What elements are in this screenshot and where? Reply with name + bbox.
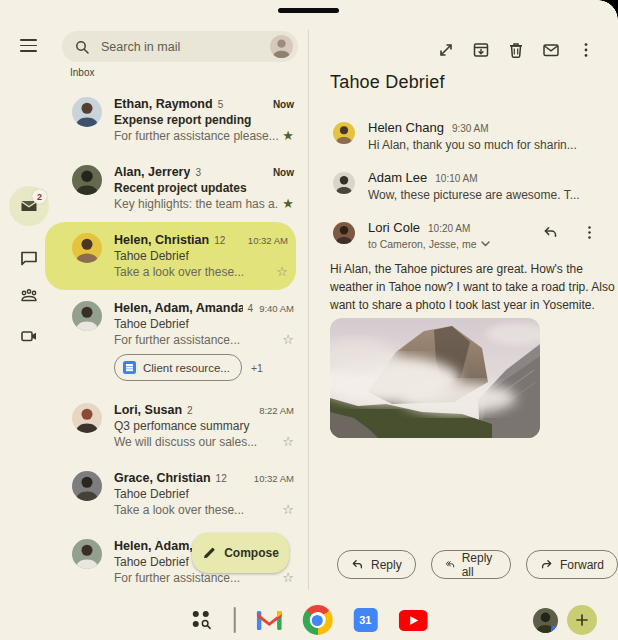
compose-button[interactable]: Compose <box>192 533 289 573</box>
video-icon <box>19 326 39 346</box>
taskbar: 31 <box>0 600 618 640</box>
star-icon[interactable]: ☆ <box>278 435 294 449</box>
email-senders: Grace, Christian <box>114 471 211 485</box>
reply-icon <box>351 558 364 571</box>
email-subject: Recent project updates <box>114 181 294 195</box>
message-time: 9:30 AM <box>452 123 489 134</box>
reply-all-button[interactable]: Reply all <box>431 550 511 579</box>
message-preview: Wow, these picturese are awesome. T... <box>368 188 598 202</box>
archive-icon[interactable] <box>472 41 490 59</box>
email-senders: Ethan, Raymond <box>114 97 213 111</box>
calendar-icon[interactable]: 31 <box>353 608 377 632</box>
star-icon[interactable]: ☆ <box>278 333 294 347</box>
email-row[interactable]: Grace, Christian1210:32 AM Tahoe Debrief… <box>45 460 308 528</box>
email-list-pane: Inbox Ethan, Raymond5Now Expense report … <box>45 0 308 600</box>
nav-mail[interactable]: 2 <box>9 186 49 226</box>
menu-icon[interactable] <box>20 39 37 52</box>
reply-all-icon <box>445 558 455 571</box>
pencil-icon <box>202 546 216 560</box>
nav-chat[interactable] <box>9 238 49 278</box>
screen-corner <box>598 0 618 20</box>
plus-button[interactable] <box>567 605 597 635</box>
gmail-icon[interactable] <box>256 611 281 630</box>
message-collapsed[interactable]: Helen Chang9:30 AM Hi Alan, thank you so… <box>309 111 618 161</box>
email-time: Now <box>267 99 294 110</box>
attachment-more-count: +1 <box>251 362 263 374</box>
search-icon <box>75 40 89 54</box>
email-list: Ethan, Raymond5Now Expense report pendin… <box>45 86 308 596</box>
chrome-icon[interactable] <box>302 605 332 635</box>
email-row[interactable]: Lori, Susan28:22 AM Q3 perfomance summar… <box>45 392 308 460</box>
email-senders: Helen, Adam, Amanda <box>114 301 243 315</box>
photo-attachment[interactable] <box>330 318 540 438</box>
message-time: 10:10 AM <box>435 173 477 184</box>
compose-label: Compose <box>224 546 279 560</box>
message-collapsed[interactable]: Adam Lee10:10 AM Wow, these picturese ar… <box>309 161 618 211</box>
avatar <box>72 97 102 127</box>
email-count: 12 <box>214 235 225 246</box>
avatar <box>72 233 102 263</box>
star-icon[interactable]: ☆ <box>278 503 294 517</box>
email-time: 9:40 AM <box>253 303 294 314</box>
email-row[interactable]: Ethan, Raymond5Now Expense report pendin… <box>45 86 308 154</box>
message-preview: Hi Alan, thank you so much for sharin... <box>368 138 598 152</box>
avatar <box>72 165 102 195</box>
email-snippet: For further assistance... <box>114 571 278 585</box>
email-time: 10:32 AM <box>242 235 288 246</box>
taskbar-divider <box>234 607 236 633</box>
thread-title: Tahoe Debrief <box>330 72 445 93</box>
star-icon[interactable]: ★ <box>278 197 294 211</box>
docs-icon <box>123 361 136 374</box>
nav-meet[interactable] <box>9 316 49 356</box>
search-input[interactable] <box>99 39 270 55</box>
thread-actions <box>437 41 595 59</box>
forward-icon <box>540 558 553 571</box>
forward-button[interactable]: Forward <box>526 550 618 579</box>
email-time: Now <box>267 167 294 178</box>
thread-pane: Tahoe Debrief Helen Chang9:30 AM Hi Alan… <box>309 0 618 600</box>
email-snippet: Key highlights: the team has a... <box>114 197 278 211</box>
search-bar[interactable] <box>62 31 298 62</box>
account-avatar[interactable] <box>270 35 293 58</box>
message-recipients[interactable]: to Cameron, Jesse, me <box>368 238 534 250</box>
more-icon[interactable] <box>581 224 598 241</box>
message-expanded[interactable]: Lori Cole10:20 AM to Cameron, Jesse, me <box>309 211 618 259</box>
window-drag-handle[interactable] <box>278 8 339 13</box>
more-icon[interactable] <box>577 41 595 59</box>
message-sender: Helen Chang <box>368 120 444 135</box>
chevron-down-icon <box>481 241 490 247</box>
avatar <box>72 539 102 569</box>
star-icon[interactable]: ★ <box>278 129 294 143</box>
email-subject: Tahoe Debrief <box>114 249 288 263</box>
email-count: 12 <box>216 473 227 484</box>
email-row[interactable]: Helen, Adam, Amanda49:40 AM Tahoe Debrie… <box>45 290 308 392</box>
open-in-full-icon[interactable] <box>437 41 455 59</box>
email-subject: Tahoe Debrief <box>114 487 294 501</box>
email-row-selected[interactable]: Helen, Christian1210:32 AM Tahoe Debrief… <box>45 222 296 290</box>
attachment-chip[interactable]: Client resource... <box>114 354 242 381</box>
taskbar-avatar[interactable] <box>533 608 558 633</box>
email-count: 2 <box>187 405 193 416</box>
email-row[interactable]: Alan, Jerrery3Now Recent project updates… <box>45 154 308 222</box>
spaces-icon <box>18 285 40 307</box>
star-icon[interactable]: ☆ <box>278 571 294 585</box>
avatar <box>72 301 102 331</box>
chat-badge-icon <box>551 626 558 633</box>
reply-icon[interactable] <box>542 224 559 241</box>
reply-bar: Reply Reply all Forward <box>337 550 618 579</box>
mark-unread-icon[interactable] <box>542 41 560 59</box>
reply-button[interactable]: Reply <box>337 550 416 579</box>
star-icon[interactable]: ☆ <box>272 265 288 279</box>
email-snippet: Take a look over these... <box>114 265 272 279</box>
message-sender: Adam Lee <box>368 170 427 185</box>
nav-spaces[interactable] <box>9 276 49 316</box>
avatar <box>333 222 355 244</box>
email-snippet: For further assistance please... <box>114 129 278 143</box>
email-count: 3 <box>195 167 201 178</box>
message-body: Hi Alan, the Tahoe pictures are great. H… <box>330 260 618 314</box>
youtube-icon[interactable] <box>398 610 427 631</box>
email-snippet: Take a look over these... <box>114 503 278 517</box>
app-launcher-icon[interactable] <box>191 609 213 631</box>
avatar <box>72 471 102 501</box>
delete-icon[interactable] <box>507 41 525 59</box>
